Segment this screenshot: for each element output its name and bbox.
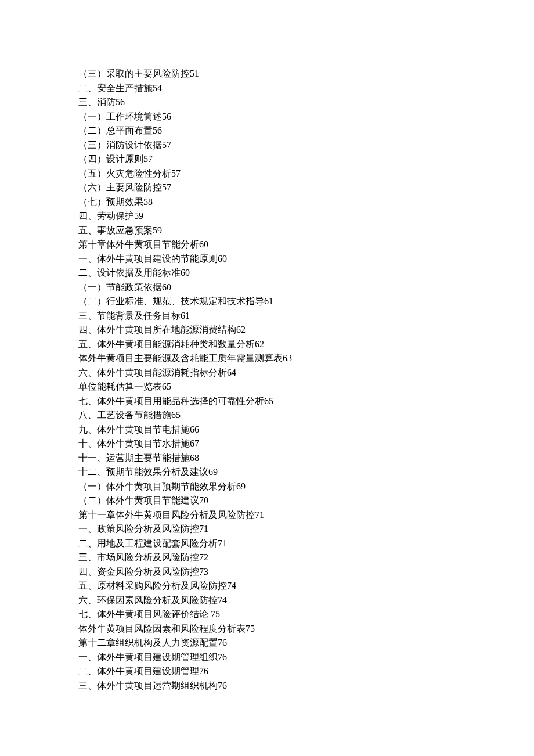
toc-entry-text: 体外牛黄项目主要能源及含耗能工质年需量测算表 (78, 353, 283, 363)
toc-line: 八、工艺设备节能措施65 (78, 408, 476, 423)
toc-line: 第十二章组织机构及人力资源配置76 (78, 636, 476, 650)
toc-line: （三）采取的主要风险防控51 (78, 67, 476, 81)
toc-entry-text: 二、设计依据及用能标准 (78, 268, 181, 278)
toc-entry-page: 71 (199, 524, 208, 534)
toc-entry-page: 63 (283, 353, 292, 363)
toc-entry-text: 二、安全生产措施 (78, 83, 153, 93)
toc-line: 体外牛黄项目风险因素和风险程度分析表75 (78, 622, 476, 636)
toc-entry-text: 第十二章组织机构及人力资源配置 (78, 638, 218, 647)
toc-line: （三）消防设计依据57 (78, 138, 476, 153)
toc-line: 四、劳动保护59 (78, 209, 476, 224)
toc-entry-page: 59 (153, 225, 162, 235)
toc-entry-page: 54 (153, 83, 162, 93)
toc-entry-text: 四、劳动保护 (78, 211, 134, 221)
toc-entry-page: 62 (255, 339, 264, 349)
toc-entry-text: 二、用地及工程建设配套风险分析 (78, 538, 218, 548)
toc-entry-page: 56 (116, 97, 125, 107)
toc-line: 二、安全生产措施54 (78, 81, 476, 96)
toc-entry-page: 58 (143, 197, 153, 207)
toc-line: 体外牛黄项目主要能源及含耗能工质年需量测算表63 (78, 351, 476, 366)
toc-entry-text: 单位能耗估算一览表 (78, 381, 162, 391)
toc-line: 三、市场风险分析及风险防控72 (78, 550, 476, 565)
toc-entry-page: 60 (162, 282, 171, 292)
table-of-contents: （三）采取的主要风险防控51二、安全生产措施54三、消防56（一）工作环境简述5… (0, 0, 534, 693)
toc-entry-text: 四、资金风险分析及风险防控 (78, 567, 199, 577)
toc-line: （五）火灾危险性分析57 (78, 167, 476, 181)
toc-line: 六、体外牛黄项目能源消耗指标分析64 (78, 366, 476, 380)
toc-entry-text: 三、消防 (78, 97, 116, 107)
toc-entry-page: 65 (264, 396, 273, 406)
toc-entry-page: 71 (218, 538, 227, 548)
toc-entry-page: 76 (218, 652, 227, 662)
toc-line: 三、消防56 (78, 95, 476, 110)
toc-entry-text: 三、市场风险分析及风险防控 (78, 552, 199, 562)
toc-entry-page: 73 (199, 567, 208, 577)
toc-entry-text: 第十一章体外牛黄项目风险分析及风险防控 (78, 510, 255, 520)
toc-entry-page: 76 (218, 638, 227, 647)
toc-line: （二）体外牛黄项目节能建议70 (78, 494, 476, 508)
toc-entry-page: 66 (190, 424, 199, 434)
toc-entry-text: （七）预期效果 (78, 197, 143, 207)
toc-line: （二）行业标准、规范、技术规定和技术指导61 (78, 294, 476, 309)
toc-line: 九、体外牛黄项目节电措施66 (78, 423, 476, 437)
toc-entry-text: 五、事故应急预案 (78, 225, 153, 235)
toc-entry-text: 三、体外牛黄项目运营期组织机构 (78, 681, 218, 690)
toc-entry-text: 七、体外牛黄项目用能品种选择的可靠性分析 (78, 396, 264, 406)
toc-entry-page: 56 (162, 111, 171, 121)
toc-line: （一）节能政策依据60 (78, 280, 476, 295)
toc-entry-text: （六）主要风险防控 (78, 182, 162, 192)
toc-entry-text: 二、体外牛黄项目建设期管理 (78, 666, 199, 676)
toc-entry-text: 七、体外牛黄项目风险评价结论 (78, 609, 211, 619)
toc-entry-text: 五、体外牛黄项目能源消耗种类和数量分析 (78, 339, 255, 349)
toc-entry-page: 74 (227, 581, 236, 591)
toc-line: 一、体外牛黄项目建设期管理组织76 (78, 650, 476, 665)
toc-entry-page: 67 (190, 438, 199, 448)
toc-entry-text: 五、原材料采购风险分析及风险防控 (78, 581, 227, 591)
toc-line: 二、设计依据及用能标准60 (78, 266, 476, 280)
toc-entry-page: 71 (255, 510, 264, 520)
toc-entry-text: 第十章体外牛黄项目节能分析 (78, 239, 199, 249)
toc-entry-text: 四、体外牛黄项目所在地能源消费结构 (78, 325, 236, 334)
toc-line: （一）体外牛黄项目预期节能效果分析69 (78, 480, 476, 494)
toc-line: 十一、运营期主要节能措施68 (78, 451, 476, 466)
toc-line: 五、事故应急预案59 (78, 224, 476, 238)
toc-entry-text: （二）体外牛黄项目节能建议 (78, 495, 199, 505)
toc-entry-page: 64 (227, 368, 236, 377)
toc-entry-page: 74 (218, 595, 227, 605)
toc-entry-text: 九、体外牛黄项目节电措施 (78, 424, 190, 434)
toc-line: （七）预期效果58 (78, 195, 476, 210)
toc-entry-page: 57 (162, 140, 171, 150)
toc-line: 三、体外牛黄项目运营期组织机构76 (78, 679, 476, 693)
toc-entry-text: （二）总平面布置 (78, 125, 153, 135)
toc-line: 二、体外牛黄项目建设期管理76 (78, 664, 476, 679)
toc-entry-text: 六、体外牛黄项目能源消耗指标分析 (78, 368, 227, 377)
toc-entry-page: 57 (171, 168, 181, 178)
toc-entry-text: 一、体外牛黄项目建设的节能原则 (78, 254, 218, 264)
toc-entry-page: 61 (181, 311, 190, 321)
toc-line: 单位能耗估算一览表65 (78, 380, 476, 394)
toc-line: 五、体外牛黄项目能源消耗种类和数量分析62 (78, 337, 476, 352)
toc-line: 十、体外牛黄项目节水措施67 (78, 437, 476, 451)
toc-entry-text: 十、体外牛黄项目节水措施 (78, 438, 190, 448)
toc-line: 七、体外牛黄项目风险评价结论 75 (78, 607, 476, 622)
toc-entry-page: 75 (211, 609, 220, 619)
toc-entry-text: （一）工作环境简述 (78, 111, 162, 121)
toc-entry-page: 61 (264, 296, 273, 306)
toc-entry-text: 体外牛黄项目风险因素和风险程度分析表 (78, 624, 246, 633)
toc-entry-page: 57 (162, 182, 171, 192)
toc-entry-text: （一）体外牛黄项目预期节能效果分析 (78, 481, 236, 491)
toc-entry-page: 72 (199, 552, 208, 562)
toc-entry-page: 65 (171, 410, 181, 420)
toc-entry-page: 75 (246, 624, 255, 633)
toc-line: 四、体外牛黄项目所在地能源消费结构62 (78, 323, 476, 337)
toc-entry-page: 65 (162, 381, 171, 391)
toc-line: 第十一章体外牛黄项目风险分析及风险防控71 (78, 508, 476, 523)
toc-entry-page: 69 (236, 481, 246, 491)
toc-entry-text: （三）采取的主要风险防控 (78, 69, 190, 78)
toc-line: 一、体外牛黄项目建设的节能原则60 (78, 252, 476, 267)
toc-entry-page: 57 (143, 154, 153, 164)
toc-entry-page: 62 (236, 325, 246, 334)
toc-entry-page: 56 (153, 125, 162, 135)
toc-line: （六）主要风险防控57 (78, 181, 476, 195)
toc-line: 七、体外牛黄项目用能品种选择的可靠性分析65 (78, 394, 476, 409)
